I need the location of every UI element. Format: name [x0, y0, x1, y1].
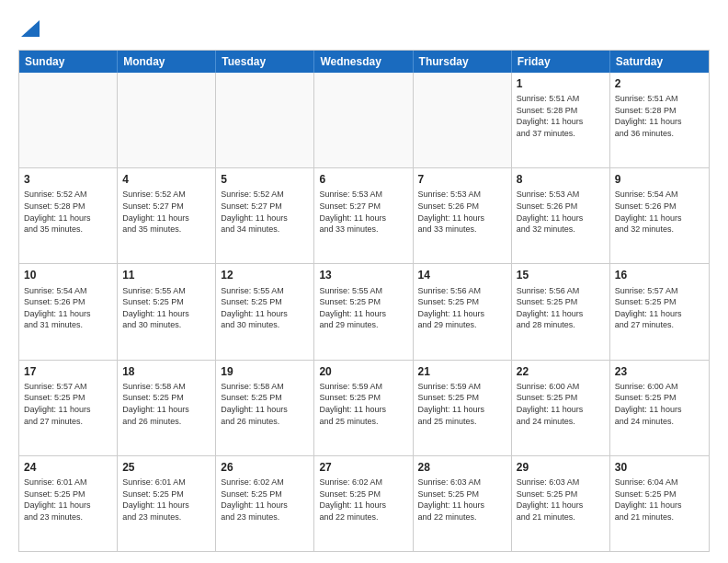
calendar-cell: 14Sunrise: 5:56 AM Sunset: 5:25 PM Dayli…: [414, 264, 512, 359]
weekday-header-tuesday: Tuesday: [216, 51, 314, 73]
day-info: Sunrise: 5:51 AM Sunset: 5:28 PM Dayligh…: [517, 93, 605, 139]
calendar-cell: 25Sunrise: 6:01 AM Sunset: 5:25 PM Dayli…: [118, 456, 216, 551]
header: [18, 15, 710, 40]
day-info: Sunrise: 5:59 AM Sunset: 5:25 PM Dayligh…: [418, 381, 506, 427]
weekday-header-monday: Monday: [118, 51, 216, 73]
calendar-cell: 3Sunrise: 5:52 AM Sunset: 5:28 PM Daylig…: [19, 168, 118, 263]
calendar-cell: 11Sunrise: 5:55 AM Sunset: 5:25 PM Dayli…: [118, 264, 216, 359]
calendar-cell: [314, 73, 413, 167]
calendar-row-5: 24Sunrise: 6:01 AM Sunset: 5:25 PM Dayli…: [19, 456, 709, 551]
calendar-cell: 17Sunrise: 5:57 AM Sunset: 5:25 PM Dayli…: [19, 361, 118, 455]
calendar-cell: 28Sunrise: 6:03 AM Sunset: 5:25 PM Dayli…: [414, 456, 512, 551]
day-info: Sunrise: 6:02 AM Sunset: 5:25 PM Dayligh…: [319, 477, 407, 523]
calendar-cell: 18Sunrise: 5:58 AM Sunset: 5:25 PM Dayli…: [118, 361, 216, 455]
calendar-cell: 23Sunrise: 6:00 AM Sunset: 5:25 PM Dayli…: [610, 361, 709, 455]
logo-text: [18, 15, 40, 40]
calendar-header: SundayMondayTuesdayWednesdayThursdayFrid…: [19, 51, 709, 73]
day-number: 5: [221, 172, 309, 187]
day-info: Sunrise: 5:57 AM Sunset: 5:25 PM Dayligh…: [24, 381, 112, 427]
day-number: 12: [221, 268, 309, 282]
day-info: Sunrise: 5:52 AM Sunset: 5:28 PM Dayligh…: [24, 189, 112, 235]
day-info: Sunrise: 5:55 AM Sunset: 5:25 PM Dayligh…: [122, 285, 210, 331]
calendar-cell: 12Sunrise: 5:55 AM Sunset: 5:25 PM Dayli…: [216, 264, 314, 359]
day-number: 25: [122, 460, 210, 475]
day-info: Sunrise: 5:56 AM Sunset: 5:25 PM Dayligh…: [517, 285, 605, 331]
day-number: 16: [615, 268, 704, 282]
day-info: Sunrise: 6:03 AM Sunset: 5:25 PM Dayligh…: [517, 477, 605, 523]
day-number: 23: [615, 364, 704, 379]
day-info: Sunrise: 6:01 AM Sunset: 5:25 PM Dayligh…: [24, 477, 112, 523]
day-info: Sunrise: 5:58 AM Sunset: 5:25 PM Dayligh…: [221, 381, 309, 427]
day-info: Sunrise: 5:58 AM Sunset: 5:25 PM Dayligh…: [122, 381, 210, 427]
calendar-cell: 7Sunrise: 5:53 AM Sunset: 5:26 PM Daylig…: [414, 168, 512, 263]
day-info: Sunrise: 5:52 AM Sunset: 5:27 PM Dayligh…: [221, 189, 309, 235]
calendar-cell: 4Sunrise: 5:52 AM Sunset: 5:27 PM Daylig…: [118, 168, 216, 263]
day-info: Sunrise: 5:52 AM Sunset: 5:27 PM Dayligh…: [122, 189, 210, 235]
calendar-cell: 30Sunrise: 6:04 AM Sunset: 5:25 PM Dayli…: [610, 456, 709, 551]
weekday-header-wednesday: Wednesday: [314, 51, 413, 73]
day-info: Sunrise: 6:03 AM Sunset: 5:25 PM Dayligh…: [418, 477, 506, 523]
day-number: 10: [24, 268, 112, 282]
weekday-header-sunday: Sunday: [19, 51, 118, 73]
calendar-row-2: 3Sunrise: 5:52 AM Sunset: 5:28 PM Daylig…: [19, 168, 709, 264]
svg-marker-0: [21, 20, 40, 37]
day-number: 28: [418, 460, 506, 475]
calendar-row-4: 17Sunrise: 5:57 AM Sunset: 5:25 PM Dayli…: [19, 361, 709, 456]
day-number: 13: [319, 268, 407, 282]
logo-triangle-icon: [21, 17, 40, 37]
day-number: 17: [24, 364, 112, 379]
day-info: Sunrise: 5:53 AM Sunset: 5:26 PM Dayligh…: [418, 189, 506, 235]
day-info: Sunrise: 5:55 AM Sunset: 5:25 PM Dayligh…: [319, 285, 407, 331]
day-info: Sunrise: 6:00 AM Sunset: 5:25 PM Dayligh…: [615, 381, 704, 427]
calendar-row-3: 10Sunrise: 5:54 AM Sunset: 5:26 PM Dayli…: [19, 264, 709, 360]
calendar-cell: 13Sunrise: 5:55 AM Sunset: 5:25 PM Dayli…: [314, 264, 413, 359]
day-info: Sunrise: 5:59 AM Sunset: 5:25 PM Dayligh…: [319, 381, 407, 427]
day-number: 8: [517, 172, 605, 187]
weekday-header-thursday: Thursday: [414, 51, 512, 73]
calendar-cell: 26Sunrise: 6:02 AM Sunset: 5:25 PM Dayli…: [216, 456, 314, 551]
day-number: 11: [122, 268, 210, 282]
calendar-cell: 21Sunrise: 5:59 AM Sunset: 5:25 PM Dayli…: [414, 361, 512, 455]
day-info: Sunrise: 5:56 AM Sunset: 5:25 PM Dayligh…: [418, 285, 506, 331]
day-number: 30: [615, 460, 704, 475]
day-number: 7: [418, 172, 506, 187]
calendar-cell: 15Sunrise: 5:56 AM Sunset: 5:25 PM Dayli…: [512, 264, 610, 359]
calendar-cell: 6Sunrise: 5:53 AM Sunset: 5:27 PM Daylig…: [314, 168, 413, 263]
weekday-header-friday: Friday: [512, 51, 610, 73]
day-info: Sunrise: 5:51 AM Sunset: 5:28 PM Dayligh…: [615, 93, 704, 139]
day-number: 20: [319, 364, 407, 379]
day-info: Sunrise: 5:54 AM Sunset: 5:26 PM Dayligh…: [24, 285, 112, 331]
day-info: Sunrise: 5:54 AM Sunset: 5:26 PM Dayligh…: [615, 189, 704, 235]
day-info: Sunrise: 5:57 AM Sunset: 5:25 PM Dayligh…: [615, 285, 704, 331]
calendar-row-1: 1Sunrise: 5:51 AM Sunset: 5:28 PM Daylig…: [19, 73, 709, 168]
day-info: Sunrise: 5:53 AM Sunset: 5:26 PM Dayligh…: [517, 189, 605, 235]
day-number: 19: [221, 364, 309, 379]
day-number: 27: [319, 460, 407, 475]
day-number: 15: [517, 268, 605, 282]
page: SundayMondayTuesdayWednesdayThursdayFrid…: [0, 0, 728, 563]
calendar-cell: 22Sunrise: 6:00 AM Sunset: 5:25 PM Dayli…: [512, 361, 610, 455]
day-number: 18: [122, 364, 210, 379]
day-number: 22: [517, 364, 605, 379]
calendar-cell: [19, 73, 118, 167]
day-number: 9: [615, 172, 704, 187]
calendar-cell: 9Sunrise: 5:54 AM Sunset: 5:26 PM Daylig…: [610, 168, 709, 263]
day-number: 4: [122, 172, 210, 187]
weekday-header-saturday: Saturday: [610, 51, 709, 73]
calendar-cell: 27Sunrise: 6:02 AM Sunset: 5:25 PM Dayli…: [314, 456, 413, 551]
day-number: 21: [418, 364, 506, 379]
logo: [18, 15, 40, 40]
calendar-cell: 1Sunrise: 5:51 AM Sunset: 5:28 PM Daylig…: [512, 73, 610, 167]
day-info: Sunrise: 6:00 AM Sunset: 5:25 PM Dayligh…: [517, 381, 605, 427]
calendar-body: 1Sunrise: 5:51 AM Sunset: 5:28 PM Daylig…: [19, 73, 709, 551]
day-number: 14: [418, 268, 506, 282]
calendar-cell: [414, 73, 512, 167]
calendar-cell: 20Sunrise: 5:59 AM Sunset: 5:25 PM Dayli…: [314, 361, 413, 455]
calendar-cell: 8Sunrise: 5:53 AM Sunset: 5:26 PM Daylig…: [512, 168, 610, 263]
day-number: 29: [517, 460, 605, 475]
calendar-cell: [118, 73, 216, 167]
calendar-cell: 10Sunrise: 5:54 AM Sunset: 5:26 PM Dayli…: [19, 264, 118, 359]
day-number: 2: [615, 76, 704, 91]
day-info: Sunrise: 5:55 AM Sunset: 5:25 PM Dayligh…: [221, 285, 309, 331]
day-number: 26: [221, 460, 309, 475]
